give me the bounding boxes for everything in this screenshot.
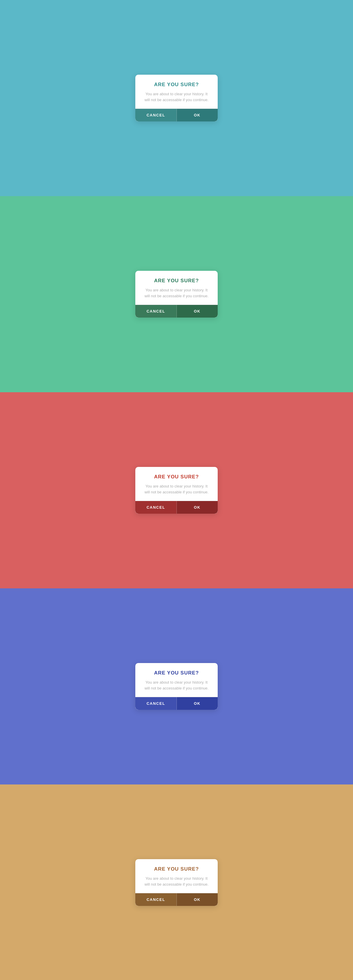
dialog-3: ARE YOU SURE? You are about to clear you… bbox=[135, 467, 218, 514]
dialog-2-message: You are about to clear your history. It … bbox=[142, 287, 211, 299]
dialog-5-content: ARE YOU SURE? You are about to clear you… bbox=[135, 859, 218, 893]
dialog-5: ARE YOU SURE? You are about to clear you… bbox=[135, 859, 218, 906]
dialog-1-message: You are about to clear your history. It … bbox=[142, 91, 211, 103]
dialog-1: ARE YOU SURE? You are about to clear you… bbox=[135, 75, 218, 121]
dialog-1-ok-button[interactable]: OK bbox=[177, 109, 218, 121]
dialog-2-content: ARE YOU SURE? You are about to clear you… bbox=[135, 271, 218, 305]
dialog-4-ok-button[interactable]: OK bbox=[177, 697, 218, 710]
dialog-1-buttons: CANCEL OK bbox=[135, 108, 218, 121]
dialog-4-cancel-button[interactable]: CANCEL bbox=[135, 697, 177, 710]
dialog-2-ok-button[interactable]: OK bbox=[177, 305, 218, 318]
section-3: ARE YOU SURE? You are about to clear you… bbox=[0, 392, 353, 589]
dialog-1-cancel-button[interactable]: CANCEL bbox=[135, 109, 177, 121]
dialog-4-message: You are about to clear your history. It … bbox=[142, 679, 211, 691]
dialog-4-title: ARE YOU SURE? bbox=[142, 670, 211, 676]
dialog-3-ok-button[interactable]: OK bbox=[177, 501, 218, 514]
dialog-4-buttons: CANCEL OK bbox=[135, 697, 218, 710]
dialog-3-message: You are about to clear your history. It … bbox=[142, 484, 211, 495]
dialog-1-content: ARE YOU SURE? You are about to clear you… bbox=[135, 75, 218, 108]
dialog-3-content: ARE YOU SURE? You are about to clear you… bbox=[135, 467, 218, 501]
dialog-3-cancel-button[interactable]: CANCEL bbox=[135, 501, 177, 514]
section-5: ARE YOU SURE? You are about to clear you… bbox=[0, 784, 353, 980]
dialog-2: ARE YOU SURE? You are about to clear you… bbox=[135, 271, 218, 318]
dialog-3-buttons: CANCEL OK bbox=[135, 501, 218, 514]
dialog-5-message: You are about to clear your history. It … bbox=[142, 876, 211, 887]
dialog-2-cancel-button[interactable]: CANCEL bbox=[135, 305, 177, 318]
dialog-2-buttons: CANCEL OK bbox=[135, 305, 218, 318]
dialog-5-title: ARE YOU SURE? bbox=[142, 866, 211, 872]
section-1: ARE YOU SURE? You are about to clear you… bbox=[0, 0, 353, 196]
section-2: ARE YOU SURE? You are about to clear you… bbox=[0, 196, 353, 392]
dialog-3-title: ARE YOU SURE? bbox=[142, 474, 211, 480]
dialog-4: ARE YOU SURE? You are about to clear you… bbox=[135, 663, 218, 710]
dialog-2-title: ARE YOU SURE? bbox=[142, 278, 211, 284]
dialog-1-title: ARE YOU SURE? bbox=[142, 82, 211, 88]
dialog-5-ok-button[interactable]: OK bbox=[177, 893, 218, 906]
dialog-4-content: ARE YOU SURE? You are about to clear you… bbox=[135, 663, 218, 697]
section-4: ARE YOU SURE? You are about to clear you… bbox=[0, 589, 353, 784]
dialog-5-buttons: CANCEL OK bbox=[135, 893, 218, 906]
dialog-5-cancel-button[interactable]: CANCEL bbox=[135, 893, 177, 906]
